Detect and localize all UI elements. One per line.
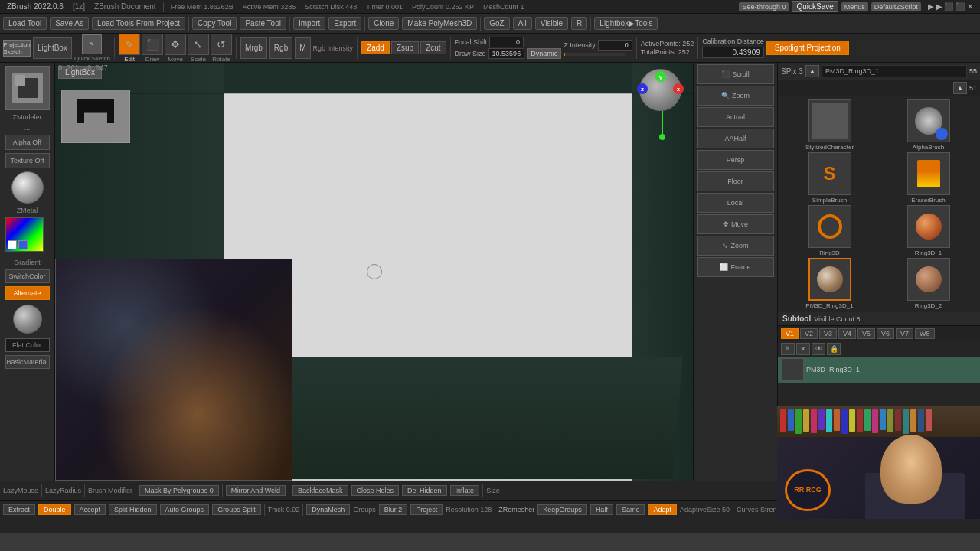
half-button[interactable]: Half: [590, 504, 613, 515]
scale-button[interactable]: ⤡: [188, 34, 209, 55]
adapt-button[interactable]: Adapt: [648, 504, 677, 515]
actual-button[interactable]: Actual: [697, 107, 774, 127]
frp-scroll-up[interactable]: ▲: [805, 65, 819, 77]
flat-color-button[interactable]: Flat Color: [5, 338, 50, 352]
zadd-button[interactable]: Zadd: [361, 41, 390, 54]
3d-viewport[interactable]: LightBox x y z: [55, 63, 693, 481]
clone-button[interactable]: Clone: [368, 17, 399, 30]
draw-button[interactable]: ⬛: [142, 34, 163, 55]
brush-item-ring3d2[interactable]: Ring3D_2: [880, 258, 977, 309]
subtool-tab-v5[interactable]: V5: [858, 328, 875, 339]
scroll-button[interactable]: ⬛ Scroll: [697, 64, 774, 84]
frame-button[interactable]: ⬜ Frame: [697, 257, 774, 277]
menus-badge[interactable]: Menus: [841, 2, 868, 11]
project-button[interactable]: Project: [410, 504, 443, 515]
zsub-button[interactable]: Zsub: [391, 41, 419, 54]
basic-material-button[interactable]: BasicMaterial: [5, 355, 50, 369]
canvas-area[interactable]: 0.261,-0.047 LightBox: [55, 63, 693, 481]
persp-button[interactable]: Persp: [697, 150, 774, 170]
lightbox-tools-button[interactable]: Lightbox▶Tools: [594, 17, 658, 30]
auto-groups-button[interactable]: Auto Groups: [160, 504, 210, 515]
video-thumbnail[interactable]: RR RCG: [777, 406, 980, 519]
same-button[interactable]: Same: [616, 504, 645, 515]
focal-shift-value[interactable]: 0: [489, 37, 524, 47]
mirror-and-weld-button[interactable]: Mirror And Weld: [226, 485, 286, 496]
alpha-off-button[interactable]: Alpha Off: [5, 135, 50, 150]
brush-item-pm3d-ring3d1[interactable]: PM3D_Ring3D_1: [781, 258, 878, 309]
dynamic-button[interactable]: Dynamic: [527, 48, 561, 59]
groups-split-button[interactable]: Groups Split: [212, 504, 261, 515]
brush-item-alpha[interactable]: AlphaBrush: [880, 99, 977, 151]
draw-size-value[interactable]: 10.53596: [488, 48, 525, 59]
floor-button[interactable]: Floor: [697, 171, 774, 191]
del-hidden-button[interactable]: Del Hidden: [402, 485, 447, 496]
visible-button[interactable]: Visible: [535, 17, 568, 30]
brush-item-eraser[interactable]: EraserBrush: [880, 152, 977, 204]
brush-item-ring3d[interactable]: Ring3D: [781, 205, 878, 256]
make-poly-button[interactable]: Make PolyMesh3D: [402, 17, 477, 30]
subtool-action-pencil[interactable]: ✎: [781, 343, 795, 355]
blur-button[interactable]: Blur 2: [379, 504, 408, 515]
switch-color-button[interactable]: SwitchColor: [5, 269, 50, 283]
menu-zbrush[interactable]: ZBrush 2022.0.6: [3, 2, 67, 11]
extract-button[interactable]: Extract: [3, 504, 35, 515]
edit-button[interactable]: ✎: [119, 34, 140, 55]
material-sphere[interactable]: [11, 171, 44, 204]
subtool-tab-w8[interactable]: W8: [915, 328, 935, 339]
lightbox-button[interactable]: LightBox: [33, 37, 72, 59]
quick-save-button[interactable]: QuickSave: [792, 1, 838, 12]
inflate-button[interactable]: Inflate: [450, 485, 480, 496]
mask-by-polygroups-button[interactable]: Mask By Polygroups 0: [139, 485, 219, 496]
move-view-button[interactable]: ✥ Move: [697, 214, 774, 234]
texture-off-button[interactable]: Texture Off: [5, 153, 50, 168]
dyna-mesh-button[interactable]: DynaMesh: [306, 504, 350, 515]
paste-tool-button[interactable]: Paste Tool: [240, 17, 286, 30]
z-intensity-value[interactable]: 0: [598, 40, 632, 51]
subtool-action-x[interactable]: ✕: [796, 343, 810, 355]
scroll-up-btn[interactable]: ▲: [953, 82, 967, 94]
subtool-tab-v6[interactable]: V6: [877, 328, 894, 339]
z-intensity-slider[interactable]: [564, 53, 625, 56]
lazy-mouse-sphere[interactable]: [13, 305, 42, 334]
import-button[interactable]: Import: [293, 17, 325, 30]
move-button[interactable]: ✥: [165, 34, 186, 55]
double-button[interactable]: Double: [38, 504, 71, 515]
subtool-action-eye[interactable]: 👁: [812, 343, 825, 355]
zmodeler-preview[interactable]: [5, 66, 50, 110]
all-button[interactable]: All: [513, 17, 532, 30]
split-hidden-button[interactable]: Split Hidden: [109, 504, 157, 515]
orientation-gizmo[interactable]: x y z: [639, 69, 685, 138]
close-holes-button[interactable]: Close Holes: [351, 485, 400, 496]
subtool-action-lock[interactable]: 🔒: [827, 343, 841, 355]
export-button[interactable]: Export: [328, 17, 361, 30]
zoom2-button[interactable]: ⤡ Zoom: [697, 236, 774, 256]
keep-groups-button[interactable]: KeepGroups: [537, 504, 587, 515]
backface-mask-button[interactable]: BackfaceMask: [292, 485, 348, 496]
load-from-project-button[interactable]: Load Tools From Project: [92, 17, 185, 30]
load-tool-button[interactable]: Load Tool: [3, 17, 47, 30]
mrgb-button[interactable]: Mrgb: [240, 37, 267, 59]
accept-button[interactable]: Accept: [74, 504, 106, 515]
subtool-tab-v1[interactable]: V1: [781, 328, 799, 339]
subtool-tab-v4[interactable]: V4: [838, 328, 856, 339]
local-button[interactable]: Local: [697, 193, 774, 213]
copy-tool-button[interactable]: Copy Tool: [192, 17, 237, 30]
rotate-button[interactable]: ↺: [211, 34, 232, 55]
brush-item-ring3d1[interactable]: Ring3D_1: [880, 205, 977, 256]
quick-sketch-area[interactable]: ✎ Quick Sketch: [74, 34, 110, 62]
rgb-button[interactable]: Rgb: [270, 37, 292, 59]
m-button[interactable]: M: [295, 37, 310, 59]
color-picker[interactable]: [5, 217, 50, 256]
brush-item-stylized[interactable]: StylizedCharacter: [781, 99, 878, 151]
subtool-tab-v3[interactable]: V3: [819, 328, 837, 339]
projection-sketch-button[interactable]: Projection Sketch: [3, 40, 31, 57]
see-through-badge[interactable]: See-through 0: [739, 2, 789, 11]
default-script-badge[interactable]: DefaultZScript: [871, 2, 921, 11]
subtool-tab-v2[interactable]: V2: [800, 328, 818, 339]
goz-button[interactable]: GoZ: [484, 17, 509, 30]
zcut-button[interactable]: Zcut: [420, 41, 446, 54]
r-button[interactable]: R: [571, 17, 587, 30]
aa-half-button[interactable]: AAHalf: [697, 129, 774, 148]
subtool-tab-v7[interactable]: V7: [896, 328, 913, 339]
reference-image[interactable]: [55, 259, 292, 481]
